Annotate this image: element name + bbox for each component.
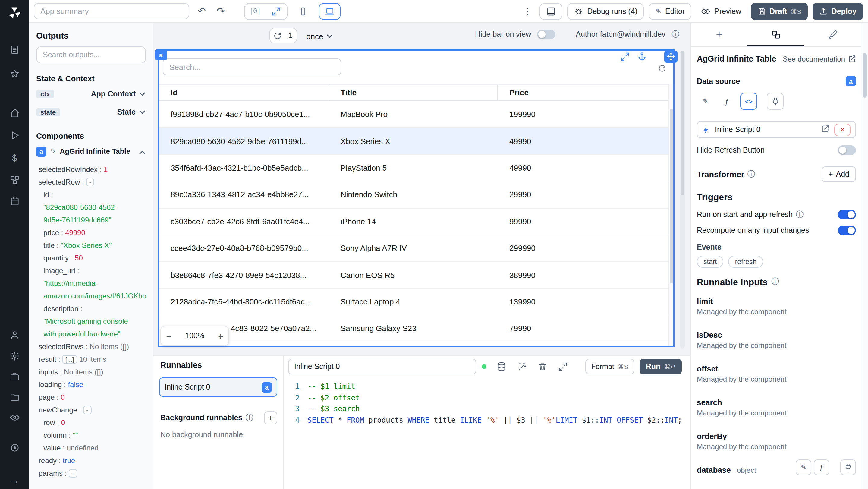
canvas-scrollbar-thumb[interactable] [681, 51, 684, 195]
preview-button[interactable]: Preview [696, 3, 746, 20]
format-button[interactable]: Format ⌘S [585, 359, 634, 374]
edit-database-button[interactable]: ✎ [796, 459, 811, 475]
output-tree-line[interactable]: price : 49990 [29, 227, 153, 239]
play-icon[interactable] [0, 129, 29, 141]
kebab-menu-icon[interactable]: ⋮ [520, 5, 535, 17]
styling-tab[interactable] [804, 23, 861, 47]
output-tree-line[interactable]: params : - [29, 467, 153, 480]
output-tree-line[interactable]: selectedRowIndex : 1 [29, 163, 153, 176]
grid-search-input[interactable] [163, 59, 341, 75]
deploy-button[interactable]: Deploy [813, 3, 863, 20]
output-tree-line[interactable]: row : 0 [29, 417, 153, 429]
docs-button[interactable] [539, 3, 562, 20]
component-row[interactable]: a ✎ AgGrid Infinite Table [34, 144, 148, 159]
gear-icon[interactable] [0, 350, 29, 362]
event-chip[interactable]: refresh [728, 256, 764, 268]
database-icon[interactable] [497, 362, 506, 371]
remove-script-button[interactable]: × [834, 123, 850, 136]
outline-toggle-button[interactable]: |0| [245, 3, 266, 19]
expand-icon[interactable] [558, 362, 568, 371]
output-tree-line[interactable]: ready : true [29, 455, 153, 467]
calendar-icon[interactable] [0, 195, 29, 207]
redo-icon[interactable]: ↷ [214, 5, 227, 17]
code-line[interactable]: 4SELECT * FROM products WHERE title ILIK… [284, 415, 690, 426]
code-line[interactable]: 2-- $2 offset [284, 392, 690, 403]
output-tree-line[interactable]: loading : false [29, 379, 153, 391]
script-name-input[interactable]: Inline Script 0 [288, 359, 476, 374]
static-mode-button[interactable]: ✎ [697, 93, 714, 110]
anchor-icon[interactable] [637, 52, 647, 64]
output-tree-line[interactable]: quantity : 50 [29, 252, 153, 265]
table-row[interactable]: 354f6afd-43ac-4321-b1bc-0b5e5adcb...Play… [159, 155, 673, 182]
home-icon[interactable] [0, 107, 29, 119]
ctx-row[interactable]: ctx App Context [34, 86, 148, 102]
output-tree-line[interactable]: description : [29, 303, 153, 315]
component-settings-tab[interactable] [747, 23, 804, 47]
column-header-title[interactable]: Title [329, 85, 498, 100]
mobile-view-button[interactable] [293, 3, 313, 20]
desktop-view-button[interactable] [319, 3, 341, 20]
column-header-id[interactable]: Id [159, 85, 329, 100]
trash-icon[interactable] [538, 362, 547, 371]
component-tag[interactable]: a [155, 50, 167, 60]
event-chip[interactable]: start [697, 256, 724, 268]
outputs-search-input[interactable] [36, 47, 146, 63]
connect-database-button[interactable] [840, 459, 856, 475]
fit-view-button[interactable] [266, 3, 287, 19]
output-tree-line[interactable]: selectedRows : No items ([]) [29, 341, 153, 353]
javascript-mode-button[interactable]: <> [740, 93, 757, 110]
star-icon[interactable] [0, 67, 29, 80]
move-handle[interactable] [664, 51, 678, 63]
app-summary-input[interactable] [34, 3, 189, 19]
run-on-start-toggle[interactable] [838, 210, 856, 219]
eye-icon[interactable] [0, 411, 29, 423]
info-icon[interactable]: ⓘ [672, 29, 679, 40]
grid-scrollbar-thumb[interactable] [670, 109, 673, 283]
debug-runs-button[interactable]: Debug runs (4) [567, 3, 644, 20]
refresh-button[interactable] [270, 28, 284, 43]
table-row[interactable]: 89c0a336-1343-4812-ac34-e4bb8e27...Ninte… [159, 182, 673, 208]
zoom-out-button[interactable]: − [161, 331, 177, 341]
connect-mode-button[interactable] [767, 93, 784, 110]
draft-button[interactable]: Draft ⌘S [751, 3, 808, 20]
run-button[interactable]: Run ⌘↵ [640, 359, 682, 374]
hide-bar-toggle[interactable] [537, 30, 555, 39]
grid-scrollbar[interactable] [669, 84, 673, 346]
status-dot-icon[interactable] [0, 441, 29, 453]
output-tree-line[interactable]: inputs : No items ([]) [29, 366, 153, 379]
output-tree-line[interactable]: value : undefined [29, 442, 153, 455]
inline-script-box[interactable]: Inline Script 0 × [697, 121, 856, 138]
recompute-toggle[interactable] [838, 225, 856, 235]
interval-select[interactable]: once [306, 29, 333, 43]
table-row[interactable]: c303bce7-cb2e-42c6-8fdf-6aa01fc4e4...iPh… [159, 208, 673, 235]
template-database-button[interactable]: ƒ [814, 459, 830, 475]
info-icon[interactable]: ⓘ [771, 276, 779, 287]
see-documentation-link[interactable]: See documentation [783, 55, 856, 63]
output-tree-line[interactable]: page : 0 [29, 391, 153, 404]
component-refresh-icon[interactable] [658, 64, 666, 75]
expand-component-icon[interactable] [620, 52, 630, 64]
output-tree-line[interactable]: result : [...] 10 items [29, 353, 153, 366]
output-tree-line[interactable]: image_url : [29, 265, 153, 277]
cubes-icon[interactable] [0, 174, 29, 186]
aggrid-component[interactable]: a Id Title Price f991898d-cb27-4ac7-b10c… [158, 50, 675, 347]
clipboard-icon[interactable] [0, 43, 29, 56]
canvas-scrollbar[interactable] [680, 51, 685, 348]
info-icon[interactable]: ⓘ [747, 169, 755, 180]
template-mode-button[interactable]: ƒ [718, 93, 735, 110]
output-tree-line[interactable]: column : "" [29, 429, 153, 442]
hide-refresh-toggle[interactable] [838, 145, 856, 155]
user-icon[interactable] [0, 329, 29, 341]
inspector-scrollbar[interactable] [861, 23, 868, 489]
output-tree-line[interactable]: selectedRow : - [29, 176, 153, 189]
table-row[interactable]: 4c83-8022-5e70a07a2...Samsung Galaxy S23… [159, 315, 673, 342]
code-line[interactable]: 1-- $1 limit [284, 381, 690, 392]
editor-button[interactable]: ✎ Editor [649, 3, 691, 20]
add-background-runnable-button[interactable]: + [264, 411, 277, 425]
column-header-price[interactable]: Price [498, 85, 673, 100]
table-row[interactable]: ccee43dc-27e0-40a8-b768-b09579b0...Sony … [159, 235, 673, 262]
dollar-icon[interactable]: $ [0, 151, 29, 163]
output-tree-line[interactable]: id : [29, 189, 153, 202]
briefcase-icon[interactable] [0, 370, 29, 382]
inspector-scrollbar-thumb[interactable] [863, 53, 867, 98]
